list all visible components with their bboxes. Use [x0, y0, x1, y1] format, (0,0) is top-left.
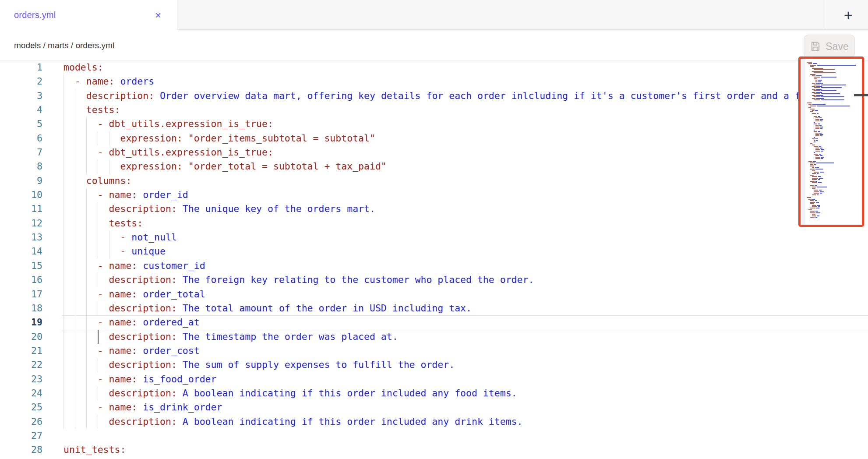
minimap-row: [814, 78, 860, 79]
code-line-text: description: The total amount of the ord…: [64, 301, 472, 315]
code-line[interactable]: 3 description: Order overview data mart,…: [0, 89, 868, 103]
minimap-row: [815, 125, 860, 126]
minimap-row: [807, 62, 860, 63]
code-line[interactable]: 21 - name: order_cost: [0, 344, 868, 358]
minimap-row: [812, 75, 860, 76]
minimap-row: [810, 202, 860, 203]
minimap-row: [814, 96, 860, 97]
plus-icon: +: [844, 7, 853, 24]
code-line[interactable]: 5 - dbt_utils.expression_is_true:: [0, 117, 868, 131]
line-number: 9: [0, 174, 42, 188]
minimap-row: [815, 135, 860, 136]
code-line[interactable]: 1models:: [0, 60, 868, 74]
line-number: 12: [0, 216, 42, 230]
breadcrumb: models / marts / orders.yml: [14, 30, 114, 60]
code-line-text: tests:: [64, 216, 143, 230]
code-line[interactable]: 15 - name: customer_id: [0, 259, 868, 273]
line-number: 20: [0, 330, 42, 344]
code-line[interactable]: 11 description: The unique key of the or…: [0, 202, 868, 216]
code-line-text: tests:: [64, 103, 120, 117]
line-number: 6: [0, 131, 42, 145]
line-number: 14: [0, 244, 42, 258]
code-line[interactable]: 2 - name: orders: [0, 74, 868, 88]
minimap-row: [810, 169, 860, 169]
code-line[interactable]: 28unit_tests:: [0, 443, 868, 457]
code-line[interactable]: 12 tests:: [0, 216, 868, 230]
minimap-row: [814, 93, 860, 94]
code-line[interactable]: 23 - name: is_food_order: [0, 372, 868, 386]
code-line[interactable]: 8 expression: "order_total = subtotal + …: [0, 159, 868, 173]
code-line[interactable]: 19 - name: ordered_at: [0, 315, 868, 329]
minimap-row: [808, 107, 860, 108]
minimap-row: [812, 110, 860, 111]
minimap[interactable]: [798, 56, 864, 227]
code-line-text: - name: order_cost: [64, 344, 200, 358]
minimap-row: [812, 167, 860, 168]
minimap-row: [812, 194, 860, 195]
code-line[interactable]: 22 description: The sum of supply expens…: [0, 358, 868, 372]
code-editor[interactable]: 1models:2 - name: orders3 description: O…: [0, 60, 868, 459]
line-number: 8: [0, 159, 42, 173]
code-line-text: - name: ordered_at: [64, 315, 200, 329]
minimap-row: [807, 159, 860, 160]
minimap-row: [814, 124, 860, 124]
code-line[interactable]: 13 - not_null: [0, 230, 868, 244]
minimap-row: [815, 157, 860, 158]
code-line[interactable]: 9 columns:: [0, 174, 868, 188]
minimap-row: [812, 179, 860, 180]
tab-orders-yml[interactable]: orders.yml ×: [0, 0, 177, 30]
minimap-row: [814, 172, 860, 173]
code-line-text: - dbt_utils.expression_is_true:: [64, 145, 273, 159]
minimap-row: [812, 188, 860, 189]
code-line[interactable]: 25 - name: is_drink_order: [0, 400, 868, 414]
minimap-row: [810, 74, 860, 75]
minimap-row: [810, 185, 860, 186]
code-line-text: description: A boolean indicating if thi…: [64, 386, 517, 400]
minimap-row: [814, 77, 860, 78]
code-line[interactable]: 10 - name: order_id: [0, 188, 868, 202]
code-line[interactable]: 14 - unique: [0, 244, 868, 258]
code-line[interactable]: 20 description: The timestamp the order …: [0, 330, 868, 344]
line-number: 23: [0, 372, 42, 386]
minimap-row: [812, 178, 860, 179]
code-line[interactable]: 17 - name: order_total: [0, 287, 868, 301]
minimap-row: [808, 199, 860, 200]
code-line-text: expression: "order_items_subtotal = subt…: [64, 131, 375, 145]
minimap-row: [808, 104, 860, 105]
minimap-row: [810, 181, 860, 182]
code-line[interactable]: 27: [0, 429, 868, 443]
code-line-text: models:: [64, 60, 103, 74]
close-icon[interactable]: ×: [155, 10, 161, 21]
minimap-row: [810, 111, 860, 112]
minimap-row: [810, 66, 860, 67]
code-line[interactable]: 7 - dbt_utils.expression_is_true:: [0, 145, 868, 159]
line-number: 10: [0, 188, 42, 202]
code-line-text: - name: orders: [64, 74, 154, 88]
minimap-row: [812, 214, 860, 215]
code-line-text: expression: "order_total = subtotal + ta…: [64, 159, 387, 173]
minimap-row: [814, 190, 860, 191]
new-tab-button[interactable]: +: [838, 4, 859, 25]
minimap-row: [814, 146, 860, 147]
minimap-row: [814, 99, 860, 100]
code-line[interactable]: 18 description: The total amount of the …: [0, 301, 868, 315]
minimap-row: [812, 145, 860, 145]
minimap-row: [808, 161, 860, 162]
code-line[interactable]: 26 description: A boolean indicating if …: [0, 415, 868, 429]
minimap-row: [815, 127, 860, 127]
minimap-row: [810, 162, 860, 163]
code-line[interactable]: 6 expression: "order_items_subtotal = su…: [0, 131, 868, 145]
minimap-row: [812, 187, 860, 187]
minimap-row: [814, 131, 860, 132]
minimap-row: [814, 122, 860, 123]
minimap-row: [815, 158, 860, 159]
code-line-text: description: A boolean indicating if thi…: [64, 415, 522, 429]
code-line[interactable]: 4 tests:: [0, 103, 868, 117]
minimap-row: [812, 206, 860, 207]
code-line[interactable]: 24 description: A boolean indicating if …: [0, 386, 868, 400]
save-button[interactable]: Save: [804, 35, 855, 58]
minimap-row: [810, 109, 860, 109]
code-line[interactable]: 16 description: The foreign key relating…: [0, 273, 868, 287]
tab-bar-divider: [825, 0, 825, 29]
line-number: 11: [0, 202, 42, 216]
